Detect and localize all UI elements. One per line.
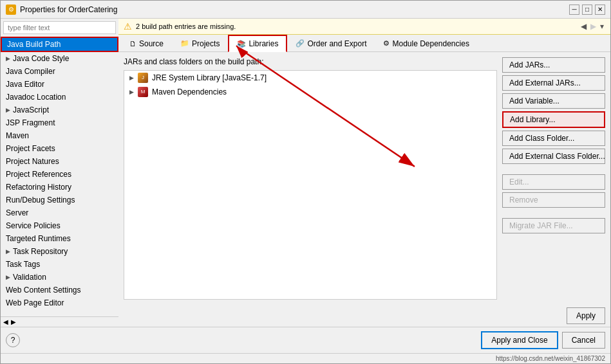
menu-button[interactable]: ▾ (599, 22, 605, 31)
sidebar-item-javadoc-location[interactable]: Javadoc Location (1, 91, 118, 104)
sidebar-item-label: Refactoring History (6, 183, 71, 192)
sidebar-item-maven[interactable]: Maven (1, 129, 118, 142)
cancel-button[interactable]: Cancel (562, 332, 605, 349)
migrate-jar-button[interactable]: Migrate JAR File... (502, 218, 605, 233)
left-panel-scroll-controls: ◀ ▶ (1, 316, 118, 327)
sidebar-item-targeted-runtimes[interactable]: Targeted Runtimes (1, 232, 118, 245)
sidebar-item-service-policies[interactable]: Service Policies (1, 219, 118, 232)
remove-button[interactable]: Remove (502, 192, 605, 208)
sidebar-item-label: Task Tags (6, 260, 40, 269)
window-icon: ⚙ (6, 5, 16, 15)
sidebar-item-project-natures[interactable]: Project Natures (1, 155, 118, 168)
sidebar-item-label: Web Content Settings (6, 286, 81, 295)
filter-input[interactable] (3, 21, 116, 34)
left-panel: Java Build Path ▶ Java Code Style Java C… (1, 19, 118, 327)
sidebar-item-web-page-editor[interactable]: Web Page Editor (1, 296, 118, 309)
sidebar-item-label: Web Page Editor (6, 298, 64, 307)
close-button[interactable]: ✕ (595, 5, 605, 15)
add-jars-button[interactable]: Add JARs... (502, 57, 605, 73)
sidebar-item-java-code-style[interactable]: ▶ Java Code Style (1, 52, 118, 65)
sidebar-item-label: Service Policies (6, 221, 61, 230)
sidebar-item-java-build-path[interactable]: Java Build Path (1, 37, 118, 52)
sidebar-item-server[interactable]: Server (1, 206, 118, 219)
tab-order-export[interactable]: 🔗 Order and Export (287, 35, 375, 51)
forward-button[interactable]: ▶ (589, 22, 597, 31)
apply-row: Apply (118, 305, 610, 327)
right-panel: ⚠ 2 build path entries are missing. ◀ ▶ … (118, 19, 610, 327)
sidebar-item-project-references[interactable]: Project References (1, 168, 118, 181)
apply-button[interactable]: Apply (567, 307, 605, 324)
apply-and-close-button[interactable]: Apply and Close (481, 331, 558, 349)
list-item[interactable]: ▶ M Maven Dependencies (124, 85, 496, 99)
tab-label: Module Dependencies (392, 39, 469, 48)
back-button[interactable]: ◀ (579, 22, 588, 31)
maven-icon: M (138, 87, 148, 97)
expand-triangle-icon: ▶ (129, 89, 134, 95)
title-bar-buttons: ─ □ ✕ (569, 5, 605, 15)
sidebar-item-label: Server (6, 208, 28, 217)
sidebar-item-jsp-fragment[interactable]: JSP Fragment (1, 116, 118, 129)
expand-icon: ▶ (6, 107, 10, 113)
tab-label: Source (139, 39, 164, 48)
sidebar-item-javascript[interactable]: ▶ JavaScript (1, 104, 118, 116)
add-external-jars-button[interactable]: Add External JARs... (502, 75, 605, 91)
expand-triangle-icon: ▶ (129, 75, 134, 81)
sidebar-item-task-repository[interactable]: ▶ Task Repository (1, 245, 118, 258)
window-title: Properties for OrderCatering (20, 5, 117, 14)
warning-icon: ⚠ (124, 21, 132, 32)
minimize-button[interactable]: ─ (569, 5, 579, 15)
projects-tab-icon: 📁 (180, 39, 189, 48)
sidebar-item-label: Validation (13, 273, 46, 282)
sidebar-item-label: Java Editor (6, 80, 44, 89)
warning-bar: ⚠ 2 build path entries are missing. ◀ ▶ … (118, 19, 610, 35)
module-deps-tab-icon: ⚙ (383, 39, 390, 48)
bottom-bar: ? Apply and Close Cancel (1, 327, 610, 353)
tab-label: Libraries (249, 39, 278, 48)
sidebar-item-run-debug[interactable]: Run/Debug Settings (1, 194, 118, 206)
tab-bar: 🗋 Source 📁 Projects 📚 Libraries 🔗 Order … (118, 35, 610, 52)
bottom-buttons: Apply and Close Cancel (481, 331, 605, 349)
add-external-class-folder-button[interactable]: Add External Class Folder... (502, 149, 605, 164)
order-export-tab-icon: 🔗 (296, 39, 305, 48)
button-spacer (502, 167, 605, 172)
sidebar-item-web-content-settings[interactable]: Web Content Settings (1, 284, 118, 296)
nav-list-scroll[interactable]: Java Build Path ▶ Java Code Style Java C… (1, 37, 118, 316)
sidebar-item-label: Targeted Runtimes (6, 234, 71, 243)
sidebar-item-label: JSP Fragment (6, 118, 55, 127)
status-bar: https://blog.csdn.net/weixin_41867302 (1, 353, 610, 363)
add-class-folder-button[interactable]: Add Class Folder... (502, 131, 605, 146)
libraries-tab-icon: 📚 (237, 40, 246, 48)
tab-libraries[interactable]: 📚 Libraries (228, 35, 287, 52)
sidebar-item-label: Javadoc Location (6, 93, 66, 102)
scroll-up-button[interactable]: ◀ (3, 318, 8, 325)
warning-message: 2 build path entries are missing. (136, 23, 236, 30)
sidebar-item-java-editor[interactable]: Java Editor (1, 78, 118, 91)
sidebar-item-java-compiler[interactable]: Java Compiler (1, 65, 118, 78)
sidebar-item-validation[interactable]: ▶ Validation (1, 271, 118, 284)
add-variable-button[interactable]: Add Variable... (502, 93, 605, 109)
sidebar-item-label: Task Repository (13, 247, 68, 256)
tab-label: Order and Export (307, 39, 366, 48)
tab-source[interactable]: 🗋 Source (121, 35, 172, 51)
sidebar-item-label: Java Code Style (13, 54, 69, 63)
help-button[interactable]: ? (6, 333, 20, 347)
scroll-down-button[interactable]: ▶ (11, 318, 16, 325)
sidebar-item-label: Project Facets (6, 144, 55, 153)
tab-projects[interactable]: 📁 Projects (172, 35, 228, 51)
build-path-area: JARs and class folders on the build path… (124, 57, 497, 300)
add-library-button[interactable]: Add Library... (502, 111, 605, 128)
tab-module-dependencies[interactable]: ⚙ Module Dependencies (375, 35, 477, 51)
sidebar-item-label: Run/Debug Settings (6, 196, 75, 205)
library-item-label: Maven Dependencies (152, 87, 227, 96)
properties-window: ⚙ Properties for OrderCatering ─ □ ✕ Jav… (0, 0, 611, 364)
sidebar-item-refactoring-history[interactable]: Refactoring History (1, 181, 118, 194)
build-path-list[interactable]: ▶ J JRE System Library [JavaSE-1.7] ▶ M … (124, 70, 497, 300)
sidebar-item-task-tags[interactable]: Task Tags (1, 258, 118, 271)
source-tab-icon: 🗋 (129, 40, 136, 48)
edit-button[interactable]: Edit... (502, 174, 605, 190)
list-item[interactable]: ▶ J JRE System Library [JavaSE-1.7] (124, 71, 496, 85)
maximize-button[interactable]: □ (582, 5, 592, 15)
sidebar-item-label: Java Compiler (6, 67, 55, 76)
title-bar-left: ⚙ Properties for OrderCatering (6, 5, 117, 15)
sidebar-item-project-facets[interactable]: Project Facets (1, 142, 118, 155)
